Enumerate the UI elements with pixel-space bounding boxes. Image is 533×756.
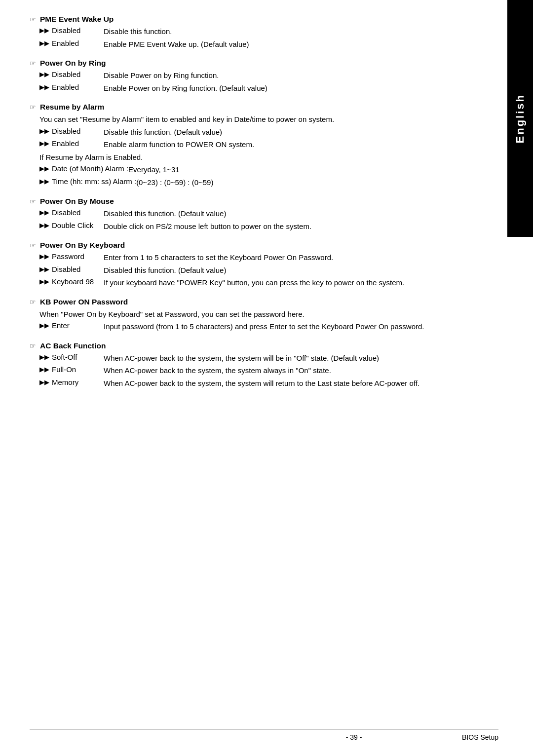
alarm-pre-note: You can set "Resume by Alarm" item to en… xyxy=(39,114,498,125)
item-label: ▶▶ Disabled xyxy=(39,26,104,38)
footer-right-text: BIOS Setup xyxy=(462,733,498,741)
item-desc: Enable PME Event Wake up. (Default value… xyxy=(104,39,498,50)
item-label: ▶▶ Keyboard 98 xyxy=(39,277,104,289)
item-desc: When AC-power back to the system, the sy… xyxy=(104,353,498,364)
bullet-icon: ▶▶ xyxy=(39,27,49,34)
section-pme-event-wake-up: PME Event Wake Up ▶▶ Disabled Disable th… xyxy=(30,15,498,50)
label-text: Password xyxy=(52,252,84,261)
item-desc: Disabled this function. (Default value) xyxy=(104,265,498,276)
item-desc: Enable alarm function to POWER ON system… xyxy=(104,139,498,151)
item-desc: If your keyboard have "POWER Key" button… xyxy=(104,277,498,289)
kb-password-title-text: KB Power ON Password xyxy=(40,298,128,306)
list-item: ▶▶ Enabled Enable Power on by Ring funct… xyxy=(39,83,498,94)
item-label: ▶▶ Disabled xyxy=(39,127,104,138)
label-text: Enabled xyxy=(52,139,79,148)
label-text: Time (hh: mm: ss) Alarm : xyxy=(52,177,136,186)
bullet-icon: ▶▶ xyxy=(39,278,49,285)
section-title-ring: Power On by Ring xyxy=(30,59,498,68)
item-desc: When AC-power back to the system, the sy… xyxy=(104,365,498,377)
label-text: Disabled xyxy=(52,265,80,273)
ring-body: ▶▶ Disabled Disable Power on by Ring fun… xyxy=(39,70,498,94)
list-item: ▶▶ Password Enter from 1 to 5 characters… xyxy=(39,252,498,264)
item-label: ▶▶ Double Click xyxy=(39,221,104,232)
item-label: ▶▶ Enabled xyxy=(39,39,104,50)
label-text: Disabled xyxy=(52,26,80,35)
item-desc: Disable Power on by Ring function. xyxy=(104,70,498,81)
list-item: ▶▶ Full-On When AC-power back to the sys… xyxy=(39,365,498,377)
section-power-on-by-keyboard: Power On By Keyboard ▶▶ Password Enter f… xyxy=(30,241,498,289)
label-text: Disabled xyxy=(52,127,80,135)
bullet-icon: ▶▶ xyxy=(39,71,49,78)
list-item: ▶▶ Soft-Off When AC-power back to the sy… xyxy=(39,353,498,364)
item-desc: Input password (from 1 to 5 characters) … xyxy=(104,321,498,333)
alarm-body: You can set "Resume by Alarm" item to en… xyxy=(39,114,498,188)
section-title-ac-back: AC Back Function xyxy=(30,341,498,350)
item-label: ▶▶ Enter xyxy=(39,321,104,333)
bullet-icon: ▶▶ xyxy=(39,222,49,229)
ac-back-title-text: AC Back Function xyxy=(40,341,106,350)
bullet-icon: ▶▶ xyxy=(39,253,49,260)
footer: - 39 - BIOS Setup xyxy=(30,729,498,741)
keyboard-title-text: Power On By Keyboard xyxy=(40,241,125,250)
section-title-kb-password: KB Power ON Password xyxy=(30,298,498,306)
bullet-icon: ▶▶ xyxy=(39,39,49,47)
item-desc: Enter from 1 to 5 characters to set the … xyxy=(104,252,498,264)
list-item: ▶▶ Disabled Disabled this function. (Def… xyxy=(39,208,498,220)
bullet-icon: ▶▶ xyxy=(39,127,49,135)
english-tab: English xyxy=(507,0,533,237)
item-label: ▶▶ Disabled xyxy=(39,265,104,276)
label-text: Disabled xyxy=(52,208,80,217)
list-item: ▶▶ Disabled Disabled this function. (Def… xyxy=(39,265,498,276)
alarm-title-text: Resume by Alarm xyxy=(40,103,104,112)
list-item: ▶▶ Enabled Enable alarm function to POWE… xyxy=(39,139,498,151)
item-desc: Double click on PS/2 mouse left button t… xyxy=(104,221,498,232)
bullet-icon: ▶▶ xyxy=(39,178,49,185)
item-label: ▶▶ Password xyxy=(39,252,104,264)
pme-title-text: PME Event Wake Up xyxy=(40,15,114,24)
label-text: Date (of Month) Alarm : xyxy=(52,164,128,173)
section-kb-power-on-password: KB Power ON Password When "Power On by K… xyxy=(30,298,498,333)
list-item: ▶▶ Disabled Disable this function. xyxy=(39,26,498,38)
mouse-body: ▶▶ Disabled Disabled this function. (Def… xyxy=(39,208,498,232)
list-item: ▶▶ Date (of Month) Alarm : Everyday, 1~3… xyxy=(39,164,498,176)
item-label: ▶▶ Enabled xyxy=(39,139,104,151)
label-text: Enabled xyxy=(52,39,79,47)
section-title-mouse: Power On By Mouse xyxy=(30,197,498,206)
bullet-icon: ▶▶ xyxy=(39,83,49,91)
section-ac-back-function: AC Back Function ▶▶ Soft-Off When AC-pow… xyxy=(30,341,498,389)
kb-password-body: When "Power On by Keyboard" set at Passw… xyxy=(39,309,498,333)
label-text: Enter xyxy=(52,321,70,330)
item-label: ▶▶ Disabled xyxy=(39,208,104,220)
bullet-icon: ▶▶ xyxy=(39,366,49,373)
item-label: ▶▶ Full-On xyxy=(39,365,104,377)
label-text: Enabled xyxy=(52,83,79,91)
item-label: ▶▶ Disabled xyxy=(39,70,104,81)
keyboard-body: ▶▶ Password Enter from 1 to 5 characters… xyxy=(39,252,498,289)
list-item: ▶▶ Disabled Disable Power on by Ring fun… xyxy=(39,70,498,81)
kb-password-note: When "Power On by Keyboard" set at Passw… xyxy=(39,309,498,320)
pme-body: ▶▶ Disabled Disable this function. ▶▶ En… xyxy=(39,26,498,50)
section-title-pme: PME Event Wake Up xyxy=(30,15,498,24)
english-tab-label: English xyxy=(514,94,527,143)
item-label: ▶▶ Memory xyxy=(39,378,104,389)
item-label: ▶▶ Soft-Off xyxy=(39,353,104,364)
ring-title-text: Power On by Ring xyxy=(40,59,106,68)
label-text: Double Click xyxy=(52,221,93,229)
footer-page-number: - 39 - xyxy=(246,733,462,741)
item-desc: Disabled this function. (Default value) xyxy=(104,208,498,220)
item-desc: When AC-power back to the system, the sy… xyxy=(104,378,498,389)
label-text: Soft-Off xyxy=(52,353,77,361)
main-content: PME Event Wake Up ▶▶ Disabled Disable th… xyxy=(30,15,498,717)
item-label: ▶▶ Enabled xyxy=(39,83,104,94)
bullet-icon: ▶▶ xyxy=(39,209,49,216)
page-container: English PME Event Wake Up ▶▶ Disabled Di… xyxy=(0,0,533,756)
list-item: ▶▶ Time (hh: mm: ss) Alarm : (0~23) : (0… xyxy=(39,177,498,189)
list-item: ▶▶ Keyboard 98 If your keyboard have "PO… xyxy=(39,277,498,289)
ac-back-body: ▶▶ Soft-Off When AC-power back to the sy… xyxy=(39,353,498,389)
bullet-icon: ▶▶ xyxy=(39,322,49,329)
item-desc: Everyday, 1~31 xyxy=(128,164,498,176)
label-text: Full-On xyxy=(52,365,76,374)
mouse-title-text: Power On By Mouse xyxy=(40,197,114,206)
bullet-icon: ▶▶ xyxy=(39,165,49,172)
label-text: Keyboard 98 xyxy=(52,277,94,286)
